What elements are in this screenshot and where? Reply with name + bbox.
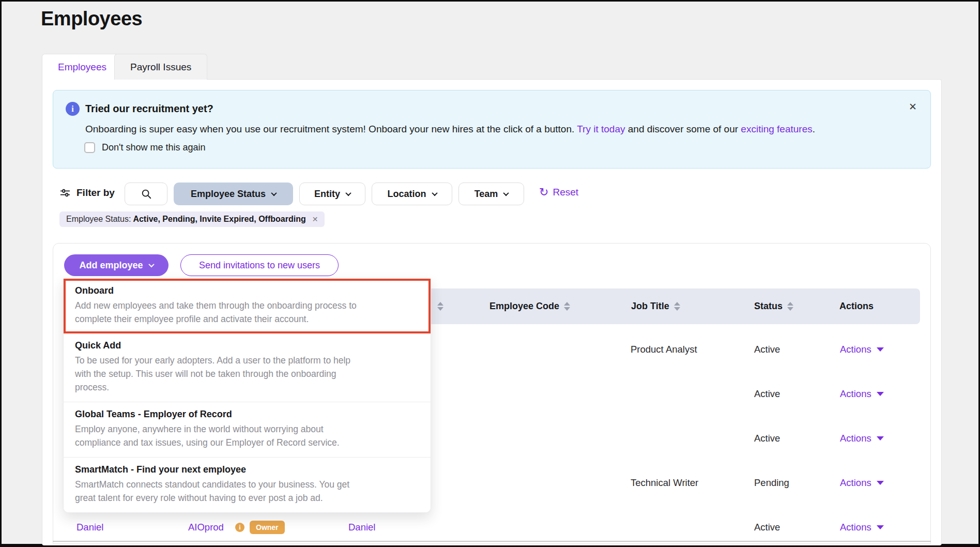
caret-down-icon — [877, 436, 884, 440]
owner-badge: Owner — [250, 521, 285, 534]
window-frame: Employees Employees Payroll Issues i Tri… — [0, 0, 980, 547]
caret-down-icon — [877, 525, 884, 529]
filter-by-label: Filter by — [59, 187, 115, 199]
try-it-today-link[interactable]: Try it today — [577, 124, 625, 134]
header-status[interactable]: Status — [754, 288, 793, 324]
filter-bar: Filter by Employee Status Entity Locatio… — [53, 183, 931, 205]
dont-show-again-label: Don't show me this again — [102, 142, 206, 153]
search-button[interactable] — [125, 183, 167, 205]
chevron-down-icon — [345, 190, 351, 196]
dont-show-again-checkbox[interactable] — [84, 142, 95, 153]
reset-icon: ↻ — [539, 187, 548, 197]
caret-down-icon — [877, 392, 884, 396]
hidden-column-sort-icon[interactable] — [433, 288, 443, 324]
chevron-down-icon — [432, 190, 437, 196]
chip-values: Active, Pending, Invite Expired, Offboar… — [133, 215, 305, 224]
recruitment-banner: i Tried our recruitment yet? Onboarding … — [53, 90, 931, 169]
banner-close-icon[interactable]: ✕ — [909, 101, 917, 113]
dropdown-item-smartmatch[interactable]: SmartMatch - Find your next employee Sma… — [64, 458, 431, 512]
status-cell: Active — [754, 388, 780, 400]
known-as-link[interactable]: Daniel — [348, 522, 375, 533]
job-title-cell: Product Analyst — [631, 344, 697, 355]
banner-body: Onboarding is super easy when you use ou… — [85, 124, 850, 135]
chip-remove-icon[interactable]: ✕ — [312, 215, 318, 223]
status-cell: Pending — [754, 477, 789, 489]
employee-status-chip: Employee Status: Active, Pending, Invite… — [59, 211, 325, 227]
sort-icon[interactable] — [674, 302, 680, 311]
actions-menu-button[interactable]: Actions — [840, 477, 884, 489]
employee-status-filter[interactable]: Employee Status — [174, 183, 293, 205]
tab-employees[interactable]: Employees — [42, 54, 122, 80]
status-cell: Active — [754, 433, 780, 444]
team-filter[interactable]: Team — [458, 183, 524, 205]
header-job-title[interactable]: Job Title — [631, 288, 680, 324]
entity-link[interactable]: AIOprod — [188, 522, 224, 533]
dropdown-item-quick-add[interactable]: Quick Add To be used for your early adop… — [64, 333, 431, 402]
sort-icon[interactable] — [787, 302, 793, 311]
add-employee-dropdown: Onboard Add new employees and take them … — [63, 279, 431, 513]
entity-filter[interactable]: Entity — [299, 183, 365, 205]
banner-text: Onboarding is super easy when you use ou… — [85, 124, 577, 134]
reset-filters-button[interactable]: ↻ Reset — [539, 187, 578, 198]
banner-text: . — [813, 124, 815, 134]
location-filter[interactable]: Location — [372, 183, 452, 205]
chevron-down-icon — [148, 262, 154, 267]
status-cell: Active — [754, 522, 780, 533]
owner-info-icon[interactable]: i — [235, 523, 244, 532]
caret-down-icon — [877, 347, 884, 352]
employee-name-link[interactable]: Daniel — [76, 522, 103, 533]
sort-icon[interactable] — [564, 302, 570, 311]
tab-payroll-issues[interactable]: Payroll Issues — [114, 54, 207, 80]
actions-menu-button[interactable]: Actions — [840, 344, 884, 355]
chevron-down-icon — [503, 190, 509, 196]
status-cell: Active — [754, 344, 780, 355]
send-invitations-button[interactable]: Send invitations to new users — [180, 254, 339, 276]
dropdown-item-onboard[interactable]: Onboard Add new employees and take them … — [64, 279, 431, 333]
sliders-icon — [59, 187, 71, 199]
header-employee-code[interactable]: Employee Code — [489, 288, 570, 324]
actions-menu-button[interactable]: Actions — [840, 522, 884, 533]
add-employee-button[interactable]: Add employee — [64, 254, 169, 276]
horizontal-scrollbar[interactable] — [53, 541, 931, 542]
banner-title: Tried our recruitment yet? — [85, 103, 213, 115]
dropdown-item-global-teams[interactable]: Global Teams - Employer of Record Employ… — [64, 402, 431, 458]
job-title-cell: Technical Writer — [631, 477, 698, 489]
exciting-features-link[interactable]: exciting features — [741, 124, 812, 134]
actions-menu-button[interactable]: Actions — [840, 388, 884, 400]
chip-prefix: Employee Status: — [66, 215, 131, 224]
actions-menu-button[interactable]: Actions — [840, 433, 884, 444]
caret-down-icon — [877, 481, 884, 485]
page-title: Employees — [41, 8, 142, 30]
banner-text: and discover some of our — [625, 124, 741, 134]
header-actions: Actions — [839, 288, 874, 324]
info-icon: i — [66, 102, 80, 116]
chevron-down-icon — [271, 190, 277, 196]
search-icon — [141, 188, 152, 200]
